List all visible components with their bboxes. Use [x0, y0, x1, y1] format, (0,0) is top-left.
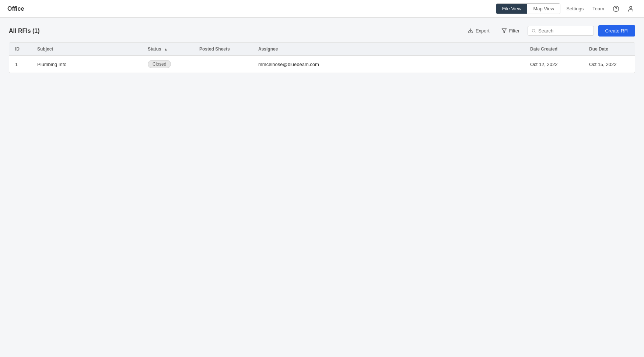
col-header-assignee: Assignee — [252, 43, 524, 56]
rfi-table: ID Subject Status ▲ Posted Sheets Assign… — [9, 43, 635, 73]
col-header-due-date: Due Date — [583, 43, 635, 56]
view-toggle: File View Map View — [496, 3, 560, 14]
search-icon — [532, 28, 536, 33]
page-header: All RFIs (1) Export Filter — [9, 25, 635, 37]
user-icon-button[interactable] — [625, 3, 637, 15]
cell-due-date: Oct 15, 2022 — [583, 56, 635, 73]
filter-button[interactable]: Filter — [498, 26, 524, 36]
table-row[interactable]: 1 Plumbing Info Closed mmcelhose@bluebea… — [9, 56, 635, 73]
status-badge: Closed — [148, 60, 171, 68]
search-input[interactable] — [538, 28, 590, 34]
header-row: ID Subject Status ▲ Posted Sheets Assign… — [9, 43, 635, 56]
cell-date-created: Oct 12, 2022 — [524, 56, 583, 73]
col-header-posted-sheets: Posted Sheets — [193, 43, 252, 56]
export-icon — [468, 28, 473, 34]
map-view-button[interactable]: Map View — [527, 4, 560, 14]
top-nav: Office File View Map View Settings Team — [0, 0, 644, 18]
cell-subject: Plumbing Info — [31, 56, 142, 73]
rfi-table-container: ID Subject Status ▲ Posted Sheets Assign… — [9, 42, 635, 73]
create-rfi-button[interactable]: Create RFI — [598, 25, 635, 37]
page-title: All RFIs (1) — [9, 28, 40, 34]
main-content: All RFIs (1) Export Filter — [0, 18, 644, 80]
svg-point-2 — [630, 6, 632, 8]
svg-marker-4 — [502, 29, 507, 33]
col-header-status[interactable]: Status ▲ — [142, 43, 193, 56]
cell-id: 1 — [9, 56, 31, 73]
col-header-id: ID — [9, 43, 31, 56]
sort-ascending-icon: ▲ — [164, 47, 168, 51]
svg-line-6 — [535, 32, 535, 32]
table-body: 1 Plumbing Info Closed mmcelhose@bluebea… — [9, 56, 635, 73]
filter-icon — [501, 28, 507, 34]
cell-status: Closed — [142, 56, 193, 73]
search-box — [528, 26, 594, 36]
file-view-button[interactable]: File View — [496, 4, 528, 14]
nav-left: Office — [7, 6, 24, 12]
col-header-subject: Subject — [31, 43, 142, 56]
user-icon — [627, 6, 634, 12]
app-title: Office — [7, 6, 24, 12]
nav-right: File View Map View Settings Team — [496, 3, 637, 15]
table-header: ID Subject Status ▲ Posted Sheets Assign… — [9, 43, 635, 56]
team-link[interactable]: Team — [589, 6, 607, 11]
export-label: Export — [476, 28, 490, 34]
export-button[interactable]: Export — [464, 26, 493, 36]
page-actions: Export Filter Create RFI — [464, 25, 635, 37]
settings-link[interactable]: Settings — [563, 6, 587, 11]
cell-assignee: mmcelhose@bluebeam.com — [252, 56, 524, 73]
filter-label: Filter — [509, 28, 520, 34]
help-icon-button[interactable] — [610, 3, 622, 15]
col-header-date-created: Date Created — [524, 43, 583, 56]
help-icon — [613, 6, 619, 12]
cell-posted-sheets — [193, 56, 252, 73]
